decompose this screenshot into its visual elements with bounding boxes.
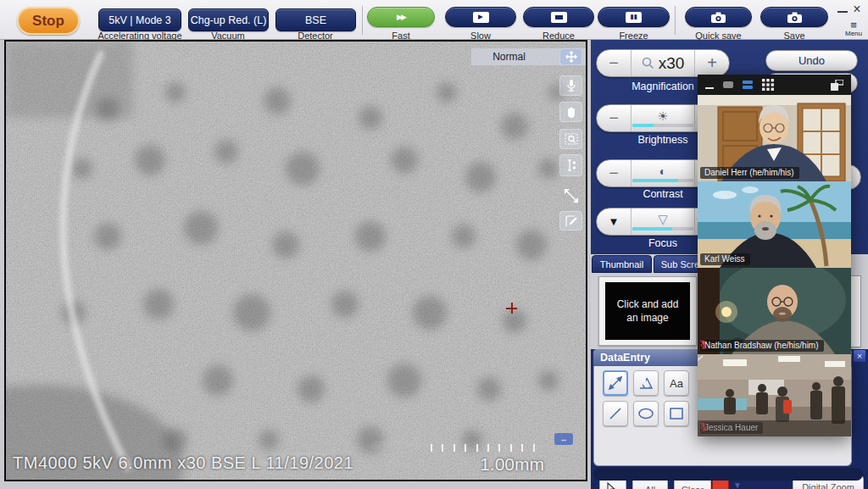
ellipse-tool-button[interactable] [633,401,659,426]
tab-thumbnail[interactable]: Thumbnail [592,255,652,273]
undo-button[interactable]: Undo [765,50,858,71]
magnification-value: x30 [659,54,685,73]
contrast-slider[interactable]: ◐ [631,160,695,186]
close-window-icon[interactable]: × [849,2,865,17]
save-label: Save [760,31,828,41]
accelerating-voltage-label: Accelerating voltage [89,31,191,41]
toolbar-separator [675,6,676,35]
fast-scan-button[interactable]: ▶▶ [367,7,435,27]
video-tile-nathan-bradshaw[interactable]: Nathan Bradshaw (he/his/him) [698,268,851,354]
camera-icon [711,12,726,23]
tm4000-application: Stop 5kV | Mode 3 Accelerating voltage C… [0,0,868,489]
participant-name: Nathan Bradshaw (he/his/him) [704,341,819,350]
contrast-decrease-button[interactable]: − [597,160,631,186]
popout-icon[interactable] [831,80,843,91]
thumbnail-slot[interactable]: Click and add an image [598,276,697,346]
participant-name-badge: Daniel Herr (he/him/his) [700,167,799,179]
thumbnail-placeholder[interactable]: Click and add an image [605,282,690,340]
text-tool-button[interactable]: Aa [664,370,689,396]
minimize-icon[interactable] [705,87,714,89]
brightness-slider[interactable]: ☀ [631,105,695,131]
save-button[interactable] [760,7,828,27]
micrograph-data-bar: TM4000 5kV 6.0mm x30 BSE L 11/19/2021 [13,453,353,473]
menu-label: Menu [843,30,865,37]
stage-move-tool-icon[interactable] [559,48,582,65]
cursor-text-icon: a [605,482,620,489]
angle-icon [638,375,654,391]
vacuum-button[interactable]: Chg-up Red. (L) [188,8,269,31]
magnification-increase-button[interactable]: + [695,50,729,76]
vacuum-label: Vacuum [177,31,279,41]
rectangle-tool-button[interactable] [664,401,689,426]
play-icon: ▶ [473,12,489,23]
pause-icon: ▮▮ [626,12,642,23]
video-tile-classroom[interactable]: Jessica Hauer [698,354,851,436]
magnification-decrease-button[interactable]: − [597,50,631,76]
fast-label: Fast [367,31,435,41]
quick-save-button[interactable] [685,7,752,27]
measure-arrow-tool-button[interactable] [603,370,628,396]
contrast-icon: ◐ [659,165,666,177]
magnifier-icon [642,57,654,69]
video-tile-karl-weiss[interactable]: Karl Weiss [698,181,851,268]
line-tool-button[interactable] [603,401,628,426]
minimize-window-icon[interactable] [837,11,848,13]
move-arrow-icon[interactable] [559,184,582,207]
edit-annotation-icon[interactable] [559,211,582,231]
accelerating-voltage-button[interactable]: 5kV | Mode 3 [98,8,181,31]
zoom-meeting-window[interactable]: Daniel Herr (he/him/his) [698,75,851,436]
color-dropdown-icon[interactable]: ▼ [733,481,742,489]
muted-mic-icon [700,422,707,431]
menu-button[interactable]: ≡ Menu [843,21,865,39]
participant-name-badge: Karl Weiss [700,253,750,265]
video-tile-daniel-herr[interactable]: Daniel Herr (he/him/his) [698,95,851,181]
camera-icon [787,12,802,23]
reduce-icon [551,12,567,23]
sem-image-viewport[interactable]: Normal ↔ TM4000 5kV 6.0mm x30 BSE L 11/1… [4,40,587,481]
gallery-view-icon[interactable] [743,81,753,89]
measure-tool-icon[interactable] [559,154,582,176]
beam-position-crosshair [506,303,517,314]
freeze-button[interactable]: ▮▮ [598,7,670,27]
focus-slider[interactable]: ▽ [631,208,695,235]
participant-name: Jessica Hauer [704,423,758,432]
stop-button[interactable]: Stop [17,7,80,35]
zoom-title-bar [698,75,851,95]
rectangle-icon [669,407,684,420]
grid-view-icon[interactable] [762,79,774,91]
focus-fine-icon: ▽ [658,213,668,225]
fast-forward-icon: ▶▶ [397,13,405,21]
participant-name-badge: Nathan Bradshaw (he/his/him) [700,340,824,352]
line-icon [608,406,623,421]
focus-coarse-button[interactable]: ▼ [597,208,631,235]
participant-name: Daniel Herr (he/him/his) [704,168,794,177]
stage-rotation-tool-icon[interactable] [559,75,582,96]
collapsed-status-bar[interactable] [593,468,863,481]
main-toolbar: Stop 5kV | Mode 3 Accelerating voltage C… [0,0,868,40]
measure-arrow-icon [608,375,623,391]
freeze-label: Freeze [598,31,670,41]
scale-bar-ticks [431,444,544,452]
magnification-value-display[interactable]: x30 [631,50,695,76]
ellipse-icon [637,406,654,421]
scalebar-adjust-icon[interactable]: ↔ [554,433,573,445]
reduce-label: Reduce [523,31,594,41]
reduce-scan-button[interactable] [523,7,594,27]
data-entry-close-button[interactable]: × [853,349,866,363]
detector-button[interactable]: BSE [275,8,356,31]
muted-mic-icon [700,340,707,349]
collapse-chevron-icon[interactable] [698,354,705,362]
magnification-control: − x30 + [596,49,730,77]
pan-hand-tool-icon[interactable] [559,102,582,122]
scale-bar-label: 1.00mm [468,454,544,475]
zoom-area-tool-icon[interactable] [559,129,582,149]
slow-scan-button[interactable]: ▶ [445,7,516,27]
slow-label: Slow [445,31,516,41]
participant-name-badge: Jessica Hauer [700,422,763,434]
angle-tool-button[interactable] [633,370,659,396]
brightness-decrease-button[interactable]: − [597,105,631,131]
toolbar-separator [362,6,363,35]
detector-label: Detector [264,31,366,41]
hamburger-icon: ≡ [843,21,865,30]
speaker-view-icon[interactable] [723,81,733,88]
